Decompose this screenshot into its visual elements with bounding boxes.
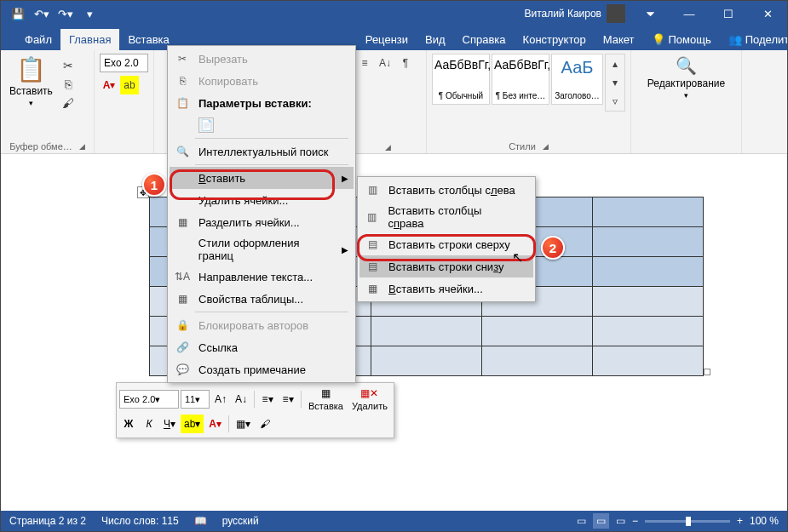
sub-rows-below[interactable]: ▤Вставить строки снизу: [359, 255, 533, 277]
zoom-slider[interactable]: [645, 520, 730, 523]
align-left-icon[interactable]: ≡: [355, 54, 374, 72]
minimize-icon[interactable]: —: [670, 1, 709, 26]
zoom-level[interactable]: 100 %: [750, 515, 779, 527]
tab-help[interactable]: Справка: [454, 29, 515, 50]
status-language[interactable]: русский: [222, 515, 259, 527]
ctx-smart-lookup[interactable]: 🔍Интеллектуальный поиск: [170, 140, 354, 163]
qat-customize-icon[interactable]: ▾: [79, 3, 100, 24]
table-delete-icon: ▦✕: [360, 387, 378, 399]
sub-cols-left[interactable]: ▥Вставить столбцы слева: [359, 179, 533, 201]
context-menu: ✂Вырезать ⎘Копировать 📋Параметры вставки…: [167, 45, 356, 383]
ctx-paste-default[interactable]: 📄: [170, 114, 354, 136]
table-properties-icon: ▦: [175, 291, 190, 306]
ctx-split-cells[interactable]: ▦Разделить ячейки...: [170, 211, 354, 233]
paste-button[interactable]: 📋 Вставить▾: [6, 54, 56, 112]
web-layout-icon[interactable]: ▭: [616, 515, 625, 527]
tab-file[interactable]: Файл: [16, 29, 60, 50]
tab-table-design[interactable]: Конструктор: [515, 29, 595, 50]
search-icon: 🔍: [175, 144, 190, 159]
insert-rows-below-icon: ▤: [365, 259, 380, 274]
editing-button[interactable]: 🔍 Редактирование▾: [636, 54, 736, 101]
show-marks-icon[interactable]: ¶: [396, 54, 415, 72]
mini-font-combo[interactable]: Exo 2.0 ▾: [119, 390, 179, 409]
sort-icon[interactable]: A↓: [376, 54, 394, 72]
insert-submenu: ▥Вставить столбцы слева ▥Вставить столбц…: [357, 176, 536, 302]
maximize-icon[interactable]: ☐: [709, 1, 748, 26]
copy-icon[interactable]: ⎘: [60, 76, 77, 93]
numbering-icon[interactable]: ≡▾: [279, 390, 297, 409]
insert-cells-icon: ▦: [365, 281, 380, 296]
gallery-down-icon[interactable]: ▾: [606, 73, 624, 92]
avatar[interactable]: [607, 4, 625, 23]
dialog-launcher-icon[interactable]: ◢: [79, 142, 85, 151]
bullets-icon[interactable]: ≡▾: [258, 390, 277, 409]
close-icon[interactable]: ✕: [748, 1, 787, 26]
style-normal[interactable]: АаБбВвГг,¶ Обычный: [432, 54, 490, 105]
shading-icon[interactable]: ▦▾: [233, 415, 254, 433]
save-icon[interactable]: 💾: [8, 3, 28, 24]
style-no-spacing[interactable]: АаБбВвГг,¶ Без инте…: [492, 54, 549, 105]
font-name-combo[interactable]: Exo 2.0: [100, 54, 148, 72]
sub-rows-above[interactable]: ▤Вставить строки сверху: [359, 233, 533, 255]
format-painter-icon[interactable]: 🖌: [256, 415, 274, 433]
ctx-cut[interactable]: ✂Вырезать: [170, 48, 354, 70]
dialog-launcher-icon[interactable]: ◢: [385, 143, 391, 152]
status-page[interactable]: Страница 2 из 2: [9, 515, 86, 527]
tab-review[interactable]: Рецензи: [357, 29, 417, 50]
sub-cells[interactable]: ▦Вставить ячейки...: [359, 277, 533, 300]
status-words[interactable]: Число слов: 115: [101, 515, 179, 527]
ctx-border-styles[interactable]: Стили оформления границ▶: [170, 233, 354, 266]
group-styles: Стили: [509, 141, 536, 152]
mini-insert-button[interactable]: ▦Вставка: [305, 386, 347, 413]
search-icon: 🔍: [676, 55, 697, 76]
print-layout-icon[interactable]: ▭: [593, 513, 609, 529]
table-move-handle[interactable]: ✥: [137, 186, 149, 198]
font-color-icon[interactable]: A▾: [100, 76, 118, 94]
read-mode-icon[interactable]: ▭: [577, 515, 586, 527]
highlight-icon[interactable]: ab▾: [181, 415, 204, 433]
mini-delete-button[interactable]: ▦✕Удалить: [348, 386, 391, 413]
shrink-font-icon[interactable]: A↓: [232, 390, 250, 409]
help-button[interactable]: 💡Помощь: [643, 29, 720, 50]
zoom-out-icon[interactable]: −: [632, 515, 638, 527]
chevron-right-icon: ▶: [342, 245, 348, 255]
style-gallery[interactable]: АаБбВвГг,¶ Обычный АаБбВвГг,¶ Без инте… …: [432, 54, 625, 112]
table-resize-handle[interactable]: [704, 369, 710, 375]
ctx-text-direction[interactable]: ⇅AНаправление текста...: [170, 266, 354, 288]
ctx-new-comment[interactable]: 💬Создать примечание: [170, 358, 354, 380]
ctx-table-properties[interactable]: ▦Свойства таблицы...: [170, 288, 354, 310]
undo-icon[interactable]: ↶▾: [32, 3, 52, 24]
italic-icon[interactable]: К: [140, 415, 158, 433]
underline-icon[interactable]: Ч▾: [160, 415, 179, 433]
sub-cols-right[interactable]: ▥Вставить столбцы справа: [359, 201, 533, 233]
tab-view[interactable]: Вид: [417, 29, 454, 50]
ctx-link[interactable]: 🔗Ссылка: [170, 336, 354, 358]
style-heading1[interactable]: АаБЗаголово…: [551, 54, 603, 105]
highlight-icon[interactable]: ab: [120, 76, 139, 94]
split-cells-icon: ▦: [175, 215, 190, 230]
ctx-delete-cells[interactable]: Удалить ячейки...: [170, 189, 354, 211]
format-painter-icon[interactable]: 🖌: [60, 94, 77, 112]
lightbulb-icon: 💡: [652, 33, 665, 46]
ribbon-tabs: Файл Главная Вставка Рецензи Вид Справка…: [1, 26, 787, 50]
gallery-more-icon[interactable]: ▿: [606, 92, 624, 111]
dialog-launcher-icon[interactable]: ◢: [543, 142, 549, 151]
comment-icon: 💬: [175, 362, 190, 377]
gallery-up-icon[interactable]: ▴: [606, 54, 624, 73]
insert-cols-right-icon: ▥: [365, 209, 379, 225]
zoom-in-icon[interactable]: +: [737, 515, 743, 527]
font-color-icon[interactable]: A▾: [205, 415, 225, 433]
redo-icon[interactable]: ↷▾: [55, 3, 76, 24]
ctx-insert[interactable]: Вставить▶: [170, 167, 354, 189]
cut-icon[interactable]: ✂: [60, 57, 77, 74]
share-button[interactable]: 👥Поделиться: [720, 29, 788, 50]
tab-table-layout[interactable]: Макет: [595, 29, 643, 50]
ctx-copy[interactable]: ⎘Копировать: [170, 70, 354, 92]
mini-size-combo[interactable]: 11 ▾: [181, 390, 210, 409]
bold-icon[interactable]: Ж: [119, 415, 138, 433]
ctx-block-authors[interactable]: 🔒Блокировать авторов: [170, 314, 354, 336]
tab-home[interactable]: Главная: [60, 29, 119, 50]
grow-font-icon[interactable]: A↑: [211, 390, 230, 409]
proofing-icon[interactable]: 📖: [194, 515, 207, 527]
ribbon-options-icon[interactable]: ⏷: [630, 1, 670, 26]
